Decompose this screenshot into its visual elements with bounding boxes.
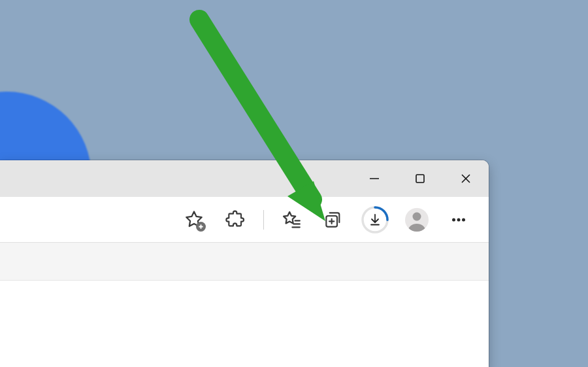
- svg-point-19: [462, 218, 465, 221]
- svg-point-17: [452, 218, 455, 221]
- collections-icon: [323, 209, 344, 230]
- svg-point-18: [457, 218, 461, 221]
- favorites-button[interactable]: [274, 203, 308, 237]
- browser-window: [0, 160, 489, 367]
- minimize-button[interactable]: [351, 164, 397, 193]
- add-favorite-button[interactable]: [177, 203, 211, 237]
- menu-button[interactable]: [442, 203, 476, 237]
- svg-point-16: [413, 212, 421, 220]
- toolbar-separator: [263, 210, 264, 230]
- close-button[interactable]: [443, 164, 489, 193]
- download-arrow-icon: [367, 212, 383, 228]
- maximize-button[interactable]: [397, 164, 443, 193]
- avatar: [405, 208, 429, 232]
- browser-toolbar: [0, 197, 489, 243]
- page-content-area[interactable]: [0, 281, 489, 367]
- window-controls: [351, 160, 489, 192]
- add-plus-badge-icon: [196, 222, 206, 232]
- star-list-icon: [280, 209, 302, 231]
- desktop-background: [0, 0, 588, 367]
- extensions-button[interactable]: [219, 203, 253, 237]
- window-titlebar[interactable]: [0, 160, 489, 197]
- downloads-button[interactable]: [358, 203, 392, 237]
- svg-rect-1: [416, 175, 424, 183]
- person-icon: [405, 208, 429, 232]
- puzzle-piece-icon: [225, 209, 246, 230]
- bookmarks-bar[interactable]: [0, 243, 489, 281]
- collections-button[interactable]: [316, 203, 350, 237]
- profile-button[interactable]: [400, 203, 434, 237]
- ellipsis-icon: [449, 210, 468, 230]
